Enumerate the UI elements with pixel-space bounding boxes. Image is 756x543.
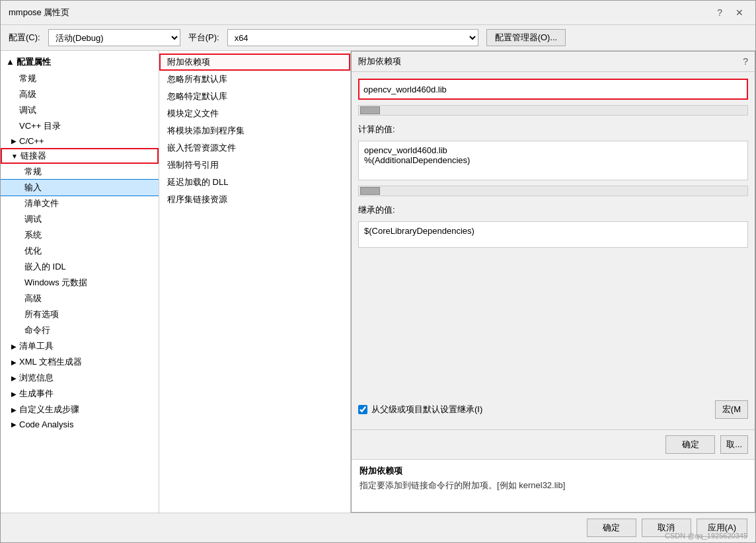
mid-item-delay-dll[interactable]: 延迟加载的 DLL <box>159 174 350 191</box>
close-button[interactable]: ✕ <box>732 6 747 19</box>
cpp-label: C/C++ <box>19 136 44 146</box>
main-window: mmpose 属性页 ? ✕ 配置(C): 活动(Debug) 平台(P): x… <box>0 0 756 543</box>
dialog-box: 附加依赖项 ? 计算的值: opencv_wor <box>351 51 755 513</box>
tree-item-idl[interactable]: 嵌入的 IDL <box>1 259 159 275</box>
title-bar: mmpose 属性页 ? ✕ <box>1 1 755 25</box>
tree-item-adv2[interactable]: 高级 <box>1 291 159 307</box>
platform-select[interactable]: x64 <box>227 29 478 46</box>
macro-button[interactable]: 宏(M <box>715 400 748 419</box>
tree-item-winmeta[interactable]: Windows 元数据 <box>1 275 159 291</box>
tree-item-system[interactable]: 系统 <box>1 227 159 243</box>
platform-label: 平台(P): <box>188 32 219 44</box>
inherit-checkbox[interactable] <box>358 405 367 414</box>
build-event-chevron: ▶ <box>11 390 17 398</box>
mid-item-embed-managed[interactable]: 嵌入托管资源文件 <box>159 139 350 157</box>
tree-item-advanced[interactable]: 高级 <box>1 87 159 102</box>
code-analysis-chevron: ▶ <box>11 421 17 428</box>
watermark: CSDN @qq_1925620345 <box>665 532 747 540</box>
code-analysis-label: Code Analysis <box>19 419 73 429</box>
dialog-body: 计算的值: opencv_world460d.lib %(AdditionalD… <box>352 72 755 429</box>
tree-item-custom-build[interactable]: ▶ 自定义生成步骤 <box>1 402 159 417</box>
tree-item-xml-gen[interactable]: ▶ XML 文档生成器 <box>1 354 159 370</box>
dialog-title-bar: 附加依赖项 ? <box>352 52 755 72</box>
tree-item-linker-input[interactable]: 输入 <box>1 180 159 196</box>
window-title: mmpose 属性页 <box>9 7 69 18</box>
tree-item-debug[interactable]: 调试 <box>1 102 159 118</box>
mid-item-ignore-specific[interactable]: 忽略特定默认库 <box>159 88 350 105</box>
calc-value-box: opencv_world460d.lib %(AdditionalDepende… <box>358 141 748 180</box>
calc-line-1: opencv_world460d.lib <box>364 145 742 155</box>
inherit-checkbox-label: 从父级或项目默认设置继承(I) <box>371 404 482 416</box>
tree-root-label: ▲ 配置属性 <box>6 56 51 68</box>
inherit-value: $(CoreLibraryDependencies) <box>364 226 742 236</box>
tree-root[interactable]: ▲ 配置属性 <box>1 54 159 71</box>
mid-item-force-sym[interactable]: 强制符号引用 <box>159 157 350 174</box>
right-panel: 附加依赖项 ? 计算的值: opencv_wor <box>351 51 755 513</box>
config-label: 配置(C): <box>9 32 40 44</box>
calc-line-2: %(AdditionalDependencies) <box>364 155 742 165</box>
config-select[interactable]: 活动(Debug) <box>48 29 180 46</box>
linker-chevron: ▼ <box>11 153 18 160</box>
scroll-thumb <box>360 106 380 114</box>
manifest-chevron: ▶ <box>11 343 17 350</box>
input-container <box>358 79 748 100</box>
middle-panel: 附加依赖项 忽略所有默认库 忽略特定默认库 模块定义文件 将模块添加到程序集 嵌… <box>159 51 351 513</box>
inherit-value-box: $(CoreLibraryDependencies) <box>358 221 748 248</box>
mid-item-module-def[interactable]: 模块定义文件 <box>159 105 350 122</box>
cpp-chevron: ▶ <box>11 137 17 145</box>
help-button[interactable]: ? <box>713 6 726 19</box>
dialog-footer: 确定 取... <box>352 429 755 459</box>
bottom-desc-title: 附加依赖项 <box>359 465 747 477</box>
custom-build-chevron: ▶ <box>11 406 17 414</box>
dialog-help-btn[interactable]: ? <box>743 56 748 67</box>
mid-item-add-dep[interactable]: 附加依赖项 <box>159 54 350 71</box>
footer-ok-button[interactable]: 确定 <box>587 519 636 537</box>
linker-label: 链接器 <box>20 150 46 162</box>
xml-gen-label: XML 文档生成器 <box>19 356 82 368</box>
inherit-checkbox-row: 从父级或项目默认设置继承(I) 宏(M <box>358 396 748 423</box>
dependency-input[interactable] <box>359 80 747 98</box>
config-manager-button[interactable]: 配置管理器(O)... <box>486 29 566 46</box>
dialog-cancel-button[interactable]: 取... <box>720 435 748 454</box>
tree-item-linker[interactable]: ▼ 链接器 <box>1 148 159 164</box>
mid-item-ignore-all[interactable]: 忽略所有默认库 <box>159 71 350 88</box>
browse-label: 浏览信息 <box>19 372 54 384</box>
tree-item-general[interactable]: 常规 <box>1 71 159 87</box>
title-buttons: ? ✕ <box>713 6 747 19</box>
tree-item-browse[interactable]: ▶ 浏览信息 <box>1 370 159 386</box>
tree-item-vc-dir[interactable]: VC++ 目录 <box>1 118 159 134</box>
dialog-title: 附加依赖项 <box>358 55 401 67</box>
dialog-ok-button[interactable]: 确定 <box>665 435 715 454</box>
tree-item-debug2[interactable]: 调试 <box>1 211 159 227</box>
tree-item-manifest-tool[interactable]: ▶ 清单工具 <box>1 338 159 354</box>
custom-build-label: 自定义生成步骤 <box>19 404 79 416</box>
calc-label: 计算的值: <box>358 124 748 135</box>
browse-chevron: ▶ <box>11 375 17 382</box>
bottom-desc-text: 指定要添加到链接命令行的附加项。[例如 kernel32.lib] <box>359 480 747 491</box>
horizontal-scrollbar[interactable] <box>358 105 748 116</box>
mid-item-assembly-link[interactable]: 程序集链接资源 <box>159 191 350 208</box>
bottom-description: 附加依赖项 指定要添加到链接命令行的附加项。[例如 kernel32.lib] <box>352 459 755 512</box>
main-content: ▲ 配置属性 常规 高级 调试 VC++ 目录 ▶ C/C++ ▼ 链接器 常规… <box>1 51 755 513</box>
inherit-label: 继承的值: <box>358 204 748 216</box>
tree-item-cpp[interactable]: ▶ C/C++ <box>1 134 159 148</box>
mid-item-add-to-assembly[interactable]: 将模块添加到程序集 <box>159 122 350 139</box>
tree-item-cmdline[interactable]: 命令行 <box>1 322 159 338</box>
tree-item-code-analysis[interactable]: ▶ Code Analysis <box>1 417 159 431</box>
tree-item-optimize[interactable]: 优化 <box>1 243 159 259</box>
window-footer: 确定 取消 应用(A) CSDN @qq_1925620345 <box>1 513 755 542</box>
tree-item-build-event[interactable]: ▶ 生成事件 <box>1 386 159 402</box>
tree-item-manifest[interactable]: 清单文件 <box>1 196 159 211</box>
left-tree-panel: ▲ 配置属性 常规 高级 调试 VC++ 目录 ▶ C/C++ ▼ 链接器 常规… <box>1 51 159 513</box>
build-event-label: 生成事件 <box>19 388 54 400</box>
horizontal-scrollbar-2[interactable] <box>358 186 748 196</box>
tree-item-all-options[interactable]: 所有选项 <box>1 307 159 322</box>
scroll-thumb-2 <box>360 187 380 195</box>
manifest-tool-label: 清单工具 <box>19 340 54 352</box>
xml-gen-chevron: ▶ <box>11 359 17 366</box>
tree-item-linker-general[interactable]: 常规 <box>1 164 159 180</box>
toolbar: 配置(C): 活动(Debug) 平台(P): x64 配置管理器(O)... <box>1 25 755 51</box>
